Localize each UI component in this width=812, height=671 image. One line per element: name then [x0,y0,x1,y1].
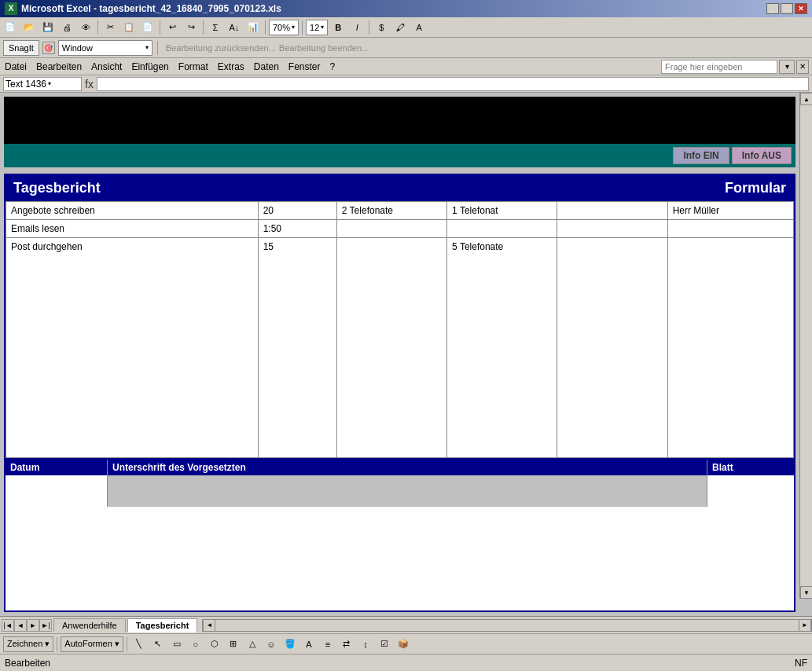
help-search-button[interactable]: ▾ [779,60,795,74]
draw-btn-2[interactable]: ↖ [149,636,167,653]
help-close-button[interactable]: ✕ [796,60,809,74]
tab-first-button[interactable]: |◄ [2,619,14,632]
menu-datei[interactable]: Datei [0,60,31,74]
window-dropdown[interactable]: Window ▾ [58,40,152,56]
info-aus-button[interactable]: Info AUS [732,147,792,164]
draw-btn-12[interactable]: ☑ [376,636,393,653]
menu-format[interactable]: Format [174,60,213,74]
tab-next-button[interactable]: ► [27,619,39,632]
menu-bearbeiten-label: Bearbeiten [36,61,82,72]
chart-button[interactable]: 📊 [244,19,262,36]
copy-button[interactable]: 📋 [120,19,138,36]
title-text: Microsoft Excel - tagesbericht_42_16840_… [21,3,281,14]
print-button[interactable]: 🖨 [58,19,75,36]
autosum-button[interactable]: Σ [207,19,224,36]
sep1 [97,20,98,35]
snagit-button[interactable]: SnagIt [3,40,39,56]
menu-ansicht[interactable]: Ansicht [86,60,127,74]
draw-btn-10[interactable]: ⇄ [338,636,355,653]
draw-btn-rect[interactable]: ▭ [168,636,186,653]
menu-extras[interactable]: Extras [213,60,249,74]
preview-button[interactable]: 👁 [77,19,94,36]
vertical-scrollbar[interactable]: ▲ ▼ [799,93,812,599]
tel2-cell-2 [447,220,557,238]
bold-button[interactable]: B [329,19,347,36]
name-box-value: Text 1436 [6,79,46,90]
cut-button[interactable]: ✂ [101,19,119,36]
draw-btn-11[interactable]: ↕ [357,636,374,653]
form-footer: Datum Unterschrift des Vorgesetzten Blat… [6,458,794,507]
font-size-arrow: ▾ [321,24,324,31]
scroll-up-button[interactable]: ▲ [800,93,812,105]
formula-bar: Text 1436 ▾ fx [0,75,812,93]
sep5 [302,20,303,35]
scroll-right-button[interactable]: ► [799,619,811,632]
black-header [4,97,795,144]
close-button[interactable]: ✕ [795,3,807,14]
open-button[interactable]: 📂 [20,19,38,36]
help-area: ▾ ✕ [658,60,812,74]
font-size-dropdown[interactable]: 12 ▾ [306,20,328,35]
menu-daten[interactable]: Daten [249,60,284,74]
draw-btn-8[interactable]: A [300,636,318,653]
scroll-down-button[interactable]: ▼ [800,586,812,599]
new-button[interactable]: 📄 [2,19,19,36]
zeichnen-button[interactable]: Zeichnen ▾ [3,636,53,652]
formula-input[interactable] [97,77,809,91]
draw-btn-5[interactable]: △ [244,636,261,653]
save-button[interactable]: 💾 [39,19,57,36]
tab-tagesbericht[interactable]: Tagesbericht [127,618,198,632]
italic-button[interactable]: I [348,19,366,36]
highlight-button[interactable]: 🖍 [391,19,409,36]
draw-btn-13[interactable]: 📦 [395,636,412,653]
tab-prev-button[interactable]: ◄ [14,619,27,632]
maximize-button[interactable]: □ [781,3,793,14]
tab-nav: |◄ ◄ ► ►| [0,619,53,632]
unterschrift-section: Unterschrift des Vorgesetzten [108,460,707,507]
draw-btn-4[interactable]: ⊞ [225,636,242,653]
tab-anwenderhilfe[interactable]: Anwenderhilfe [53,618,126,632]
minimize-button[interactable]: _ [766,3,779,14]
horizontal-scrollbar[interactable]: ◄ ► [202,619,812,632]
tel2-cell-3: 5 Telefonate [447,238,557,458]
time-cell-3: 15 [258,238,336,458]
snagit-label: SnagIt [9,43,34,53]
menu-bearbeiten[interactable]: Bearbeiten [31,60,86,74]
snagit-icon[interactable]: 🎯 [42,42,55,54]
draw-btn-1[interactable]: ╲ [130,636,148,653]
zoom-dropdown[interactable]: 70% ▾ [269,20,299,35]
menu-help[interactable]: ? [325,60,340,74]
scroll-track-v[interactable] [800,105,812,586]
name-box[interactable]: Text 1436 ▾ [3,77,82,91]
draw-btn-3[interactable]: ⬡ [206,636,223,653]
window-value: Window [62,43,93,53]
time-cell-1: 20 [258,202,336,220]
note-cell-3 [667,238,793,458]
task-cell-3: Post durchgehen [6,238,259,458]
menu-datei-label: Datei [5,61,27,72]
window-arrow: ▾ [145,44,149,51]
autoformen-button[interactable]: AutoFormen ▾ [61,636,123,652]
draw-btn-6[interactable]: ☺ [263,636,280,653]
currency-button[interactable]: $ [373,19,390,36]
paste-button[interactable]: 📄 [139,19,156,36]
empty-cell-1 [557,202,667,220]
undo-button[interactable]: ↩ [164,19,181,36]
time-cell-2: 1:50 [258,220,336,238]
sort-button[interactable]: A↓ [226,19,243,36]
help-input[interactable] [661,60,777,74]
unterschrift-label: Unterschrift des Vorgesetzten [108,460,707,475]
name-box-dropdown-arrow[interactable]: ▾ [48,80,51,87]
tel1-cell-1: 2 Telefonate [336,202,446,220]
draw-btn-ellipse[interactable]: ○ [187,636,204,653]
menu-einfuegen[interactable]: Einfügen [127,60,173,74]
draw-btn-7[interactable]: 🪣 [281,636,299,653]
tab-last-button[interactable]: ►| [39,619,52,632]
redo-button[interactable]: ↪ [182,19,200,36]
draw-btn-9[interactable]: ≡ [319,636,336,653]
title-bar-buttons[interactable]: _ □ ✕ [766,3,807,14]
info-ein-button[interactable]: Info EIN [673,147,729,164]
font-color-button[interactable]: A [410,19,428,36]
scroll-left-button[interactable]: ◄ [203,619,215,632]
menu-fenster[interactable]: Fenster [284,60,325,74]
